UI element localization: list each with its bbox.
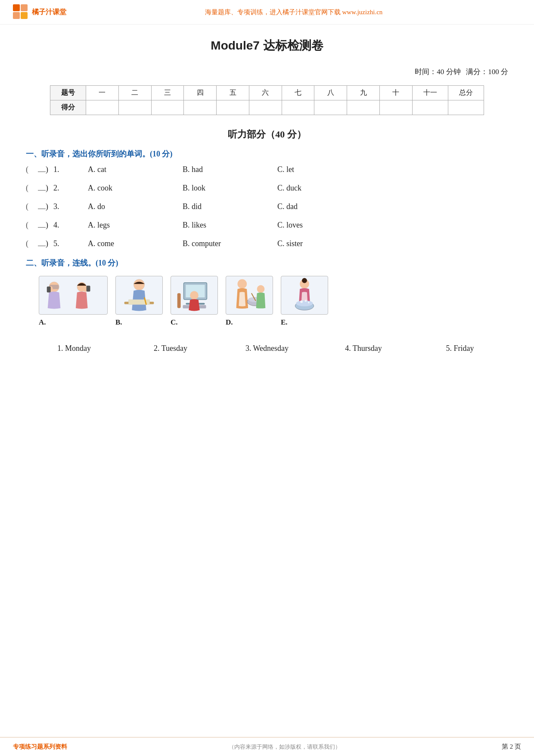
header-slogan: 海量题库、专项训练，进入橘子汁课堂官网下载 www.juzizhi.cn: [66, 8, 521, 16]
image-item-c: C.: [171, 276, 218, 327]
question-row: ()5.A. comeB. computerC. sister: [26, 239, 508, 248]
sub1-title: 一、听录音，选出你所听到的单词。(10 分): [26, 149, 508, 159]
score-table-value-cell: [412, 100, 448, 115]
image-label-c: C.: [171, 318, 178, 327]
question-option-c: C. let: [277, 165, 355, 174]
score-table-value-cell: [379, 100, 412, 115]
question-number: 3.: [53, 202, 88, 211]
score-table-value-cell: [86, 100, 119, 115]
question-blank[interactable]: [38, 172, 46, 172]
question-row: ()1.A. catB. hadC. let: [26, 165, 508, 174]
page-content: Module7 达标检测卷 时间：40 分钟 满分：100 分 题号一二三四五六…: [0, 25, 534, 396]
score-table-header-cell: 三: [151, 86, 184, 100]
illustration-a: [39, 276, 107, 315]
question-option-a: A. cat: [88, 165, 183, 174]
day-item: 3. Wednesday: [219, 344, 315, 353]
question-number: 2.: [53, 184, 88, 193]
score-table-header-cell: 七: [282, 86, 314, 100]
illustration-c: [171, 276, 217, 314]
score-table-header-cell: 题号: [50, 86, 86, 100]
illustration-d: [226, 276, 273, 314]
illustration-e: [281, 276, 328, 314]
question-paren-close: ): [46, 202, 48, 211]
image-item-e: E.: [281, 276, 328, 327]
questions-container: ()1.A. catB. hadC. let()2.A. cookB. look…: [26, 165, 508, 248]
image-box-e: [281, 276, 328, 315]
footer-mid: （内容来源于网络，如涉版权，请联系我们）: [229, 743, 341, 751]
svg-point-22: [238, 279, 247, 289]
score-table-value-cell: [249, 100, 282, 115]
score-table-header-cell: 五: [217, 86, 249, 100]
question-paren: (: [26, 165, 38, 174]
score-table-header-cell: 一: [86, 86, 119, 100]
svg-rect-2: [13, 12, 20, 19]
svg-rect-10: [87, 285, 90, 291]
score-table-value-cell: [217, 100, 249, 115]
logo-text: 橘子汁课堂: [32, 8, 66, 17]
score-table-value-cell: [151, 100, 184, 115]
score-table-header-cell: 二: [118, 86, 151, 100]
day-item: 5. Friday: [412, 344, 508, 353]
question-paren: (: [26, 239, 38, 248]
svg-point-11: [134, 279, 145, 291]
question-row: ()2.A. cookB. lookC. duck: [26, 184, 508, 193]
image-item-b: B.: [115, 276, 163, 327]
image-box-c: [171, 276, 218, 315]
question-blank[interactable]: [38, 209, 46, 209]
score-table-value-cell: [448, 100, 484, 115]
svg-rect-0: [13, 4, 20, 11]
score-table-value-cell: [118, 100, 151, 115]
image-item-a: A.: [39, 276, 108, 327]
question-blank[interactable]: [38, 190, 46, 191]
question-number: 5.: [53, 239, 88, 248]
svg-point-31: [300, 300, 303, 303]
score-table-header-cell: 总分: [448, 86, 484, 100]
question-option-c: C. dad: [277, 202, 355, 211]
score-table-header-cell: 四: [184, 86, 217, 100]
footer: 专项练习题系列资料 （内容来源于网络，如涉版权，请联系我们） 第 2 页: [0, 737, 534, 756]
score-table-header-cell: 十一: [412, 86, 448, 100]
score-table-value-cell: [347, 100, 380, 115]
question-blank[interactable]: [38, 246, 46, 246]
footer-right: 第 2 页: [502, 743, 521, 751]
svg-rect-21: [177, 293, 181, 308]
question-row: ()3.A. doB. didC. dad: [26, 202, 508, 211]
footer-left: 专项练习题系列资料: [13, 743, 67, 751]
score-table-value-cell: [184, 100, 217, 115]
main-title: Module7 达标检测卷: [26, 37, 508, 54]
question-option-a: A. legs: [88, 221, 183, 230]
slogan-text: 海量题库、专项训练，进入橘子汁课堂官网下载 www.juzizhi.cn: [205, 9, 383, 16]
question-option-c: C. duck: [277, 184, 355, 193]
image-box-d: [226, 276, 273, 315]
logo-area: 橘子汁课堂: [13, 4, 66, 20]
question-option-b: B. computer: [183, 239, 277, 248]
sub-section-2: 二、听录音，连线。(10 分): [26, 258, 508, 327]
svg-rect-1: [21, 4, 28, 11]
score-table-header-cell: 六: [249, 86, 282, 100]
days-row: 1. Monday2. Tuesday3. Wednesday4. Thursd…: [26, 344, 508, 353]
listening-section-title: 听力部分（40 分）: [26, 128, 508, 141]
score-table: 题号一二三四五六七八九十十一总分得分: [50, 85, 484, 115]
question-blank[interactable]: [38, 227, 46, 228]
day-item: 4. Thursday: [315, 344, 412, 353]
svg-point-25: [257, 285, 265, 293]
time-value: 40 分钟: [437, 68, 460, 76]
question-paren-close: ): [46, 239, 48, 248]
time-label: 时间：: [415, 68, 437, 76]
image-box-b: [115, 276, 163, 315]
svg-point-32: [304, 300, 307, 302]
question-number: 1.: [53, 165, 88, 174]
svg-point-33: [308, 302, 310, 303]
question-option-b: B. had: [183, 165, 277, 174]
svg-rect-7: [47, 286, 51, 292]
question-option-b: B. look: [183, 184, 277, 193]
score-label: 满分：: [466, 68, 488, 76]
question-option-a: A. do: [88, 202, 183, 211]
score-table-value-cell: 得分: [50, 100, 86, 115]
question-number: 4.: [53, 221, 88, 230]
score-table-value-cell: [314, 100, 347, 115]
sub2-title: 二、听录音，连线。(10 分): [26, 258, 508, 268]
question-paren-close: ): [46, 165, 48, 174]
time-info: 时间：40 分钟 满分：100 分: [26, 67, 508, 77]
image-label-e: E.: [281, 318, 288, 327]
